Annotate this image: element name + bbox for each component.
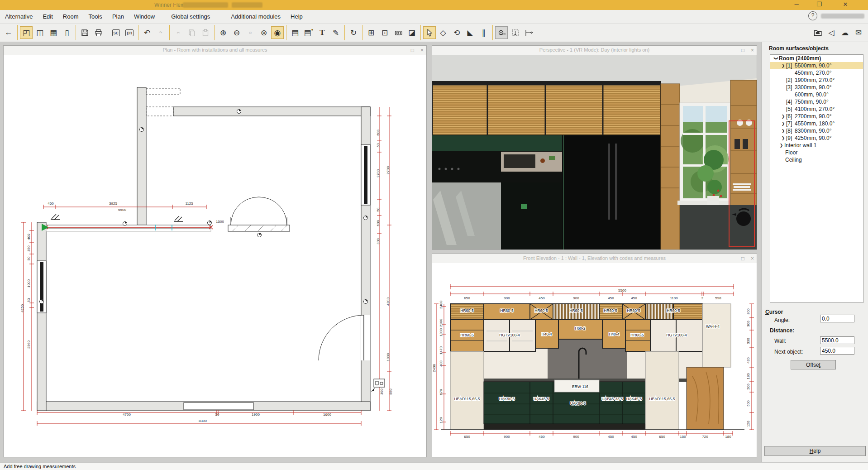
print-icon[interactable] — [92, 26, 105, 39]
rotate-3d-icon[interactable]: ⟲ — [450, 26, 463, 39]
cabinet-label: HR60-5 — [460, 308, 474, 313]
angle-input[interactable] — [820, 315, 854, 322]
send-feedback-icon[interactable]: ◁ — [825, 26, 838, 39]
tree-item-wall-600[interactable]: 600mm, 90.0° — [770, 91, 863, 98]
wall-units-icon[interactable]: ⊞ — [365, 26, 377, 39]
panel-maximize-icon[interactable]: □ — [741, 47, 744, 53]
tree-item-wall-5[interactable]: [5]4100mm, 270.0° — [770, 106, 863, 113]
offset-button[interactable]: Offset — [791, 360, 836, 369]
wall-distance-input[interactable] — [820, 336, 854, 344]
menu-window[interactable]: Window — [129, 10, 160, 23]
tree-item-ceiling[interactable]: Ceiling — [770, 156, 863, 163]
zoom-out-icon[interactable]: ⊖ — [230, 26, 243, 39]
menu-alternative[interactable]: Alternative — [0, 10, 38, 23]
tree-item-wall-6[interactable]: ❯ [6]2700mm, 90.0° — [770, 113, 863, 120]
tree-item-floor[interactable]: Floor — [770, 149, 863, 156]
tree-item-wall-4[interactable]: [4]750mm, 90.0° — [770, 98, 863, 106]
elevation-canvas[interactable]: 5500650900450900450450110025986509004509… — [432, 263, 757, 457]
dim-label: 400 — [27, 234, 31, 240]
socket-icon[interactable]: ⊡ — [378, 26, 391, 39]
dim-label: 600 — [376, 129, 380, 136]
memo-edit-icon[interactable]: ▤● — [302, 26, 315, 39]
box-3d-icon[interactable]: ◇ — [437, 26, 449, 39]
render-camera-icon[interactable] — [392, 26, 405, 39]
chevron-right-icon[interactable]: ❯ — [780, 63, 786, 68]
help-button[interactable]: Help — [764, 446, 866, 456]
article-list-view-icon[interactable]: ▯ — [61, 26, 73, 39]
dim-label: 120 — [746, 421, 750, 427]
zoom-in-icon[interactable]: ⊕ — [217, 26, 229, 39]
tree-item-wall-1[interactable]: ❯ [1]5500mm, 90.0° — [770, 62, 863, 69]
pan-pn-button[interactable]: pn — [123, 26, 136, 39]
menu-tools[interactable]: Tools — [84, 10, 107, 23]
panel-maximize-icon[interactable]: □ — [411, 47, 414, 53]
save-icon[interactable] — [78, 26, 91, 39]
zoom-all-icon[interactable]: ⊚ — [258, 26, 270, 39]
chevron-right-icon[interactable]: ❯ — [780, 121, 786, 126]
push-3d-icon[interactable]: ◣ — [464, 26, 477, 39]
dim-horizontal-icon[interactable] — [522, 26, 535, 39]
menu-plan[interactable]: Plan — [107, 10, 129, 23]
dim-label: 50 — [376, 207, 380, 211]
back-icon[interactable]: ← — [2, 26, 15, 39]
pointer-icon[interactable] — [423, 26, 436, 39]
menu-additional-modules[interactable]: Additional modules — [226, 10, 286, 23]
cabinet-view-icon[interactable]: ▦ — [47, 26, 60, 39]
panel-close-icon[interactable]: × — [751, 255, 754, 262]
mirror-icon[interactable]: ◪ — [405, 26, 418, 39]
help-circle-icon[interactable]: ? — [808, 11, 817, 20]
floor-plan-view-icon[interactable]: ◰ — [20, 26, 33, 39]
room-objects-tree[interactable]: ❯ Room (2400mm) ❯ [1]5500mm, 90.0° 450mm… — [770, 54, 863, 303]
chevron-right-icon[interactable]: ❯ — [780, 129, 786, 133]
tree-item-wall-450[interactable]: 450mm, 270.0° — [770, 69, 863, 77]
wall-label: Wall: — [774, 338, 786, 344]
rotate-icon[interactable]: ↻ — [347, 26, 360, 39]
scale-sc-button[interactable]: sc — [110, 26, 122, 39]
tree-item-room[interactable]: ❯ Room (2400mm) — [770, 55, 863, 62]
chevron-right-icon[interactable]: ❯ — [780, 114, 786, 119]
tree-item-wall-3[interactable]: [3]3300mm, 90.0° — [770, 84, 863, 91]
dim-label: 400 — [439, 360, 443, 367]
panel-maximize-icon[interactable]: □ — [741, 255, 744, 262]
cloud-icon[interactable]: ☁ — [839, 26, 851, 39]
paste-icon — [199, 26, 212, 39]
memo-icon[interactable]: ▤ — [289, 26, 301, 39]
tree-item-wall-7[interactable]: ❯ [7]4550mm, 180.0° — [770, 120, 863, 127]
chevron-right-icon[interactable]: ❯ — [780, 136, 786, 140]
parallel-walls-icon[interactable]: ∥ — [477, 26, 490, 39]
cloud-folder-icon[interactable] — [811, 26, 824, 39]
dim-vertical-icon[interactable] — [509, 26, 521, 39]
toolbar-separator — [362, 25, 362, 40]
zoom-window-icon[interactable]: ◉ — [271, 26, 284, 39]
style-pencil-icon[interactable]: ✎ — [329, 26, 342, 39]
menu-help[interactable]: Help — [286, 10, 308, 23]
menu-global-settings[interactable]: Global settings — [166, 10, 215, 23]
dim-label: 450 — [631, 296, 637, 300]
maximize-button[interactable]: ❐ — [810, 0, 828, 10]
tree-item-interior-wall-1[interactable]: ❯ Interior wall 1 — [770, 142, 863, 149]
elevation-view-icon[interactable]: ◫ — [33, 26, 46, 39]
tree-item-wall-8[interactable]: ❯ [8]8300mm, 90.0° — [770, 127, 863, 134]
dim-label: 50 — [215, 412, 219, 417]
next-object-input[interactable] — [820, 347, 854, 355]
dim-label: 650 — [464, 435, 470, 439]
tape-measure-icon[interactable] — [495, 26, 508, 39]
tree-item-wall-2[interactable]: [2]1900mm, 270.0° — [770, 77, 863, 84]
chevron-down-icon[interactable]: ❯ — [774, 56, 778, 62]
menu-edit[interactable]: Edit — [38, 10, 57, 23]
dim-label: 330 — [746, 338, 750, 344]
minimize-button[interactable]: ─ — [787, 0, 806, 10]
plan-canvas[interactable]: 4503925112555001500470050190016008300600… — [4, 55, 426, 457]
panel-close-icon[interactable]: × — [751, 47, 754, 53]
mail-icon[interactable]: ✉ — [852, 26, 865, 39]
close-button[interactable]: ✕ — [836, 0, 854, 10]
text-icon[interactable]: T — [316, 26, 329, 39]
tree-item-wall-9[interactable]: ❯ [9]4250mm, 90.0° — [770, 134, 863, 142]
plan-panel-title: Plan - Room with installations and all m… — [4, 46, 426, 55]
perspective-canvas[interactable] — [432, 55, 757, 249]
panel-close-icon[interactable]: × — [420, 47, 424, 53]
menu-room[interactable]: Room — [58, 10, 84, 23]
cabinet-label: HGTV100-4 — [499, 333, 520, 337]
undo-icon[interactable]: ↶ — [141, 26, 153, 39]
chevron-right-icon[interactable]: ❯ — [778, 143, 784, 148]
